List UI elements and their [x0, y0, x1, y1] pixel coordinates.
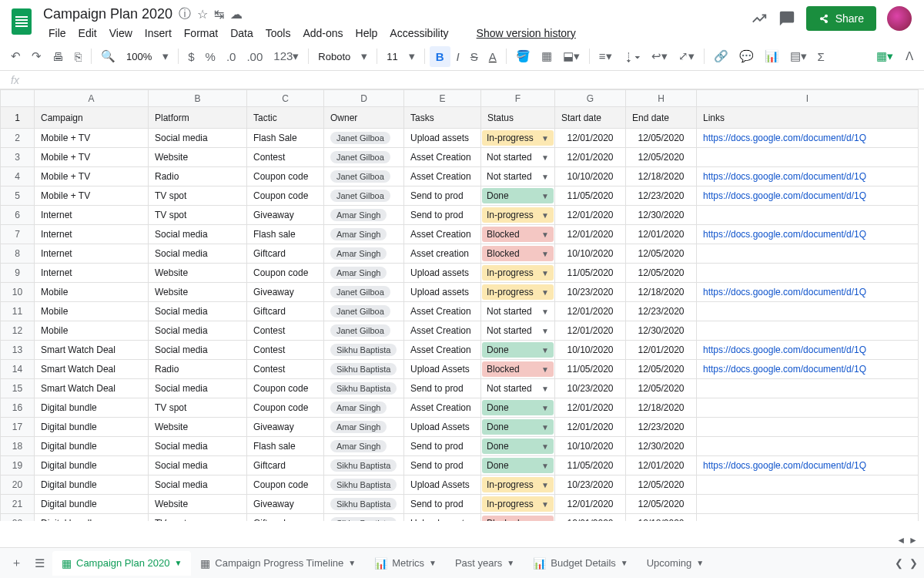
row-header[interactable]: 19: [1, 456, 35, 476]
menu-accessibility[interactable]: Accessibility: [384, 24, 454, 42]
row-header[interactable]: 16: [1, 398, 35, 418]
cell-link[interactable]: [697, 302, 919, 321]
owner-chip[interactable]: Janet Gilboa: [330, 132, 390, 144]
text-color-icon[interactable]: A: [484, 46, 501, 67]
cell-platform[interactable]: Website: [149, 283, 247, 302]
cell-task[interactable]: Upload Assets: [404, 418, 481, 437]
cell-tactic[interactable]: Flash Sale: [247, 129, 324, 148]
chevron-down-icon[interactable]: ▼: [541, 462, 549, 470]
number-format[interactable]: 123▾: [269, 45, 303, 67]
owner-chip[interactable]: Amar Singh: [330, 267, 387, 279]
cell-end[interactable]: 12/23/2020: [626, 187, 697, 206]
cell-link[interactable]: [697, 244, 919, 264]
cell-campaign[interactable]: Smart Watch Deal: [35, 379, 149, 398]
chevron-down-icon[interactable]: ▼: [541, 250, 549, 258]
chevron-down-icon[interactable]: ▼: [348, 559, 356, 567]
cell-platform[interactable]: Website: [149, 148, 247, 167]
cell-start[interactable]: 12/01/2020: [555, 129, 626, 148]
cell-campaign[interactable]: Digital bundle: [35, 476, 149, 495]
header-cell[interactable]: Status: [481, 107, 555, 129]
cell-owner[interactable]: Sikhu Baptista: [324, 456, 404, 476]
cell-task[interactable]: Upload assets: [404, 129, 481, 148]
cell-tactic[interactable]: Contest: [247, 360, 324, 379]
chevron-down-icon[interactable]: ▼: [507, 559, 514, 567]
cell-status[interactable]: Blocked▼: [481, 244, 555, 264]
user-avatar[interactable]: [887, 6, 912, 31]
cell-status[interactable]: Done▼: [481, 341, 555, 360]
header-cell[interactable]: Owner: [324, 107, 404, 129]
cell-tactic[interactable]: Coupon code: [247, 264, 324, 283]
cell-platform[interactable]: Social media: [149, 129, 247, 148]
merge-icon[interactable]: ⬓▾: [558, 45, 584, 67]
row-header[interactable]: 1: [1, 107, 35, 129]
row-header[interactable]: 6: [1, 206, 35, 225]
chevron-down-icon[interactable]: ▼: [696, 559, 704, 567]
activity-icon[interactable]: [751, 10, 768, 27]
owner-chip[interactable]: Amar Singh: [330, 209, 387, 221]
chevron-down-icon[interactable]: ▼: [429, 559, 437, 567]
cell-tactic[interactable]: Giveaway: [247, 418, 324, 437]
cell-campaign[interactable]: Internet: [35, 225, 149, 244]
cell-task[interactable]: Send to prod: [404, 456, 481, 476]
cell-task[interactable]: Send to prod: [404, 379, 481, 398]
cell-start[interactable]: 11/05/2020: [555, 456, 626, 476]
owner-chip[interactable]: Sikhu Baptista: [330, 479, 397, 491]
cell-link[interactable]: https://docs.google.com/document/d/1Q: [697, 129, 919, 148]
cell-start[interactable]: 10/23/2020: [555, 283, 626, 302]
sheet-tab[interactable]: ▦Campaign Progress Timeline▼: [191, 551, 365, 576]
cell-task[interactable]: Asset Creation: [404, 148, 481, 167]
header-cell[interactable]: Start date: [555, 107, 626, 129]
cell-owner[interactable]: Amar Singh: [324, 206, 404, 225]
row-header[interactable]: 11: [1, 302, 35, 321]
info-icon[interactable]: ⓘ: [179, 6, 191, 22]
header-cell[interactable]: Links: [697, 107, 919, 129]
chevron-down-icon[interactable]: ▾: [357, 45, 372, 67]
scroll-left-icon[interactable]: ◄: [896, 535, 906, 547]
cell-start[interactable]: 12/01/2020: [555, 206, 626, 225]
fill-color-icon[interactable]: 🪣: [511, 45, 535, 67]
cell-platform[interactable]: Website: [149, 495, 247, 514]
horizontal-scroll[interactable]: ◄ ►: [34, 535, 924, 547]
owner-chip[interactable]: Sikhu Baptista: [330, 363, 397, 375]
row-header[interactable]: 7: [1, 225, 35, 244]
borders-icon[interactable]: ▦: [537, 45, 557, 67]
cell-tactic[interactable]: Contest: [247, 148, 324, 167]
cell-status[interactable]: In-progress▼: [481, 283, 555, 302]
cell-status[interactable]: Blocked▼: [481, 225, 555, 244]
cell-platform[interactable]: TV spot: [149, 398, 247, 418]
corner-cell[interactable]: [1, 90, 35, 107]
formula-bar[interactable]: fx: [0, 71, 924, 89]
cell-campaign[interactable]: Smart Watch Deal: [35, 360, 149, 379]
owner-chip[interactable]: Sikhu Baptista: [330, 459, 397, 472]
cell-status[interactable]: Done▼: [481, 437, 555, 456]
cell-end[interactable]: 12/01/2020: [626, 341, 697, 360]
owner-chip[interactable]: Janet Gilboa: [330, 170, 390, 183]
cell-start[interactable]: 10/23/2020: [555, 379, 626, 398]
owner-chip[interactable]: Janet Gilboa: [330, 305, 390, 318]
cell-task[interactable]: Upload assets: [404, 514, 481, 522]
cell-status[interactable]: Done▼: [481, 418, 555, 437]
cell-link[interactable]: https://docs.google.com/document/d/1Q: [697, 225, 919, 244]
chevron-down-icon[interactable]: ▾: [404, 45, 420, 67]
chevron-down-icon[interactable]: ▼: [541, 288, 549, 297]
cell-platform[interactable]: Radio: [149, 167, 247, 187]
cell-link[interactable]: [697, 264, 919, 283]
chevron-down-icon[interactable]: ▼: [541, 500, 549, 509]
cell-platform[interactable]: TV spot: [149, 206, 247, 225]
cell-status[interactable]: Done▼: [481, 398, 555, 418]
cell-link[interactable]: https://docs.google.com/document/d/1Q: [697, 360, 919, 379]
cell-platform[interactable]: TV spot: [149, 187, 247, 206]
cell-status[interactable]: In-progress▼: [481, 129, 555, 148]
cell-task[interactable]: Send to prod: [404, 437, 481, 456]
cell-owner[interactable]: Amar Singh: [324, 437, 404, 456]
chevron-down-icon[interactable]: ▼: [541, 346, 549, 355]
cell-end[interactable]: 12/05/2020: [626, 495, 697, 514]
cell-task[interactable]: Send to prod: [404, 495, 481, 514]
chevron-down-icon[interactable]: ▾: [158, 45, 173, 67]
cell-tactic[interactable]: Coupon code: [247, 187, 324, 206]
comments-icon[interactable]: [778, 10, 795, 27]
cell-tactic[interactable]: Contest: [247, 321, 324, 341]
cell-end[interactable]: 12/18/2020: [626, 514, 697, 522]
cell-task[interactable]: Send to prod: [404, 206, 481, 225]
cell-link[interactable]: https://docs.google.com/document/d/1Q: [697, 283, 919, 302]
